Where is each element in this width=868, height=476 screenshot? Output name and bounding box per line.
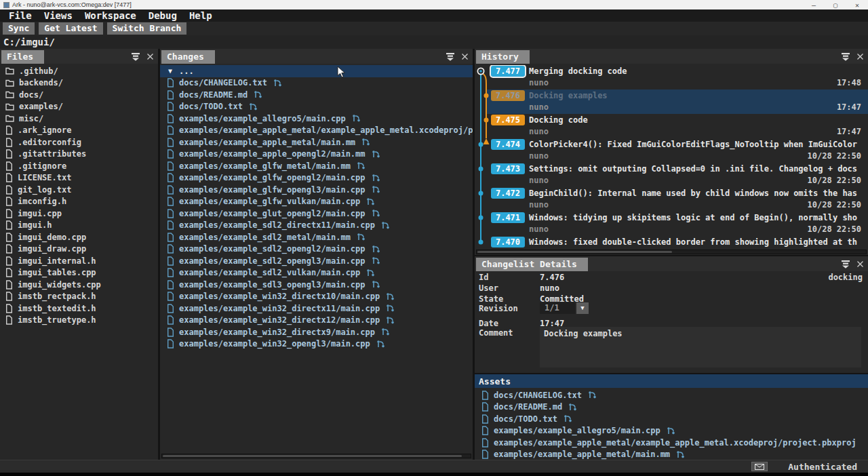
- toolbar-button-switch-branch[interactable]: Switch Branch: [107, 22, 187, 35]
- file-tree-item[interactable]: imgui_internal.h: [0, 255, 158, 267]
- changed-file-row[interactable]: examples/example_glut_opengl2/main.cpp: [160, 207, 473, 220]
- horizontal-scrollbar[interactable]: [476, 250, 867, 254]
- changed-file-row[interactable]: examples/example_apple_metal/example_app…: [475, 437, 868, 449]
- branch-name: docking: [828, 273, 863, 282]
- file-tree-item[interactable]: backends/: [0, 77, 158, 90]
- menu-item-debug[interactable]: Debug: [142, 10, 183, 21]
- file-tree-item[interactable]: imgui_widgets.cpp: [0, 279, 158, 291]
- comment-field[interactable]: Docking examples: [540, 327, 861, 368]
- history-row[interactable]: 7.477 Merging docking code nuno 17:48: [475, 65, 868, 90]
- commit-author: nuno: [529, 151, 549, 161]
- close-panel-icon[interactable]: [856, 53, 864, 60]
- mail-icon[interactable]: [751, 462, 768, 471]
- file-tree-item[interactable]: .gitignore: [0, 160, 158, 172]
- file-tree-item[interactable]: imgui_tables.cpp: [0, 267, 158, 279]
- toolbar-button-get-latest[interactable]: Get Latest: [39, 22, 102, 35]
- commit-title: Docking examples: [529, 91, 608, 100]
- history-row[interactable]: 7.470 Windows: fixed double-clicked bord…: [475, 236, 868, 251]
- changed-file-row[interactable]: docs/CHANGELOG.txt: [160, 77, 473, 90]
- changed-file-row[interactable]: examples/example_apple_metal/example_app…: [160, 125, 473, 137]
- history-row[interactable]: 7.476 Docking examples nuno 17:47: [475, 90, 868, 114]
- file-tree-item[interactable]: .editorconfig: [0, 136, 158, 148]
- file-tree-item[interactable]: imstb_textedit.h: [0, 302, 158, 315]
- changed-file-row[interactable]: examples/example_glfw_vulkan/main.cpp: [160, 196, 473, 208]
- close-panel-icon[interactable]: [461, 53, 469, 60]
- changed-file-row[interactable]: docs/README.md: [475, 401, 868, 414]
- changelist-group-row[interactable]: ▼ ...: [160, 65, 473, 77]
- changed-file-row[interactable]: examples/example_glfw_opengl2/main.cpp: [160, 172, 473, 184]
- file-tree-item[interactable]: examples/: [0, 101, 158, 113]
- file-icon: [5, 292, 13, 301]
- file-tree-item[interactable]: git_log.txt: [0, 184, 158, 196]
- history-row[interactable]: 7.472 BeginChild(): Internal name used b…: [475, 187, 868, 212]
- changed-file-row[interactable]: docs/README.md: [160, 89, 473, 101]
- file-name: .editorconfig: [18, 138, 81, 147]
- filter-icon[interactable]: [131, 52, 140, 61]
- close-panel-icon[interactable]: [856, 260, 864, 268]
- menu-item-file[interactable]: File: [3, 10, 38, 21]
- changed-file-row[interactable]: docs/TODO.txt: [475, 413, 868, 425]
- changed-file-row[interactable]: examples/example_apple_opengl2/main.mm: [160, 148, 473, 161]
- file-tree-item[interactable]: imconfig.h: [0, 196, 158, 208]
- changed-file-row[interactable]: examples/example_glfw_opengl3/main.cpp: [160, 184, 473, 196]
- changed-file-row[interactable]: examples/example_sdl2_directx11/main.cpp: [160, 220, 473, 232]
- changed-file-row[interactable]: examples/example_apple_metal/main.mm: [160, 136, 473, 148]
- changed-file-row[interactable]: examples/example_win32_directx11/main.cp…: [160, 302, 473, 315]
- file-tree-item[interactable]: imstb_truetype.h: [0, 315, 158, 327]
- changed-file-row[interactable]: docs/TODO.txt: [160, 101, 473, 113]
- filter-icon[interactable]: [446, 52, 455, 61]
- filter-icon[interactable]: [841, 52, 850, 61]
- changed-file-row[interactable]: examples/example_glfw_metal/main.mm: [160, 160, 473, 172]
- file-tree-item[interactable]: .gitattributes: [0, 148, 158, 161]
- revision-dropdown-button[interactable]: ▼: [576, 302, 589, 314]
- file-tree-item[interactable]: .ark_ignore: [0, 125, 158, 137]
- file-path: examples/example_apple_metal/example_app…: [494, 438, 856, 448]
- file-tree-item[interactable]: LICENSE.txt: [0, 172, 158, 184]
- changed-file-row[interactable]: examples/example_allegro5/main.cpp: [160, 113, 473, 125]
- changeset-badge: 7.474: [491, 139, 525, 150]
- changed-file-row[interactable]: examples/example_win32_directx12/main.cp…: [160, 315, 473, 327]
- tab-history[interactable]: History: [476, 50, 530, 64]
- tab-files[interactable]: Files: [1, 50, 44, 64]
- changed-file-row[interactable]: examples/example_win32_opengl3/main.cpp: [160, 338, 473, 351]
- file-tree-item[interactable]: imgui.cpp: [0, 207, 158, 220]
- changed-file-row[interactable]: examples/example_win32_directx10/main.cp…: [160, 291, 473, 303]
- commit-author: nuno: [529, 176, 549, 185]
- changed-file-row[interactable]: examples/example_sdl3_opengl3/main.cpp: [160, 279, 473, 291]
- history-row[interactable]: 7.475 Docking code nuno 17:47: [475, 114, 868, 138]
- changed-file-row[interactable]: examples/example_sdl2_opengl3/main.cpp: [160, 255, 473, 267]
- tab-changes[interactable]: Changes: [161, 50, 215, 64]
- scrollbar-thumb[interactable]: [477, 251, 672, 253]
- file-tree-item[interactable]: imgui_demo.cpp: [0, 231, 158, 243]
- changed-file-row[interactable]: docs/CHANGELOG.txt: [475, 389, 868, 401]
- file-tree-item[interactable]: docs/: [0, 89, 158, 101]
- scrollbar-thumb[interactable]: [163, 455, 462, 457]
- toolbar-button-sync[interactable]: Sync: [3, 22, 35, 35]
- history-row[interactable]: 7.473 Settings: omit outputing Collapsed…: [475, 163, 868, 187]
- file-tree-item[interactable]: imstb_rectpack.h: [0, 291, 158, 303]
- close-panel-icon[interactable]: [146, 53, 154, 60]
- filter-icon[interactable]: [841, 260, 850, 269]
- changed-file-row[interactable]: examples/example_sdl2_opengl2/main.cpp: [160, 243, 473, 256]
- menu-item-help[interactable]: Help: [183, 10, 218, 21]
- changed-file-row[interactable]: examples/example_sdl2_metal/main.mm: [160, 231, 473, 243]
- field-label-date: Date: [479, 319, 498, 328]
- changed-file-row[interactable]: examples/example_sdl2_vulkan/main.cpp: [160, 267, 473, 279]
- collapse-arrow-icon[interactable]: ▼: [168, 67, 172, 75]
- changed-file-row[interactable]: examples/example_apple_metal/main.mm: [475, 449, 868, 460]
- menu-item-workspace[interactable]: Workspace: [79, 10, 142, 21]
- menu-item-views[interactable]: Views: [38, 10, 79, 21]
- history-row[interactable]: 7.471 Windows: tidying up skipitems logi…: [475, 212, 868, 236]
- close-button[interactable]: ✕: [855, 1, 859, 9]
- horizontal-scrollbar[interactable]: [161, 454, 471, 458]
- file-tree-item[interactable]: misc/: [0, 113, 158, 125]
- changed-file-row[interactable]: examples/example_win32_directx9/main.cpp: [160, 326, 473, 338]
- history-row[interactable]: 7.474 ColorPicker4(): Fixed ImGuiColorEd…: [475, 138, 868, 163]
- tab-changelist-details[interactable]: Changelist Details: [476, 258, 588, 271]
- file-tree-item[interactable]: imgui.h: [0, 220, 158, 232]
- maximize-button[interactable]: ▢: [833, 1, 837, 9]
- minimize-button[interactable]: –: [812, 1, 816, 9]
- changed-file-row[interactable]: examples/example_allegro5/main.cpp: [475, 425, 868, 437]
- file-tree-item[interactable]: imgui_draw.cpp: [0, 243, 158, 256]
- file-tree-item[interactable]: .github/: [0, 65, 158, 77]
